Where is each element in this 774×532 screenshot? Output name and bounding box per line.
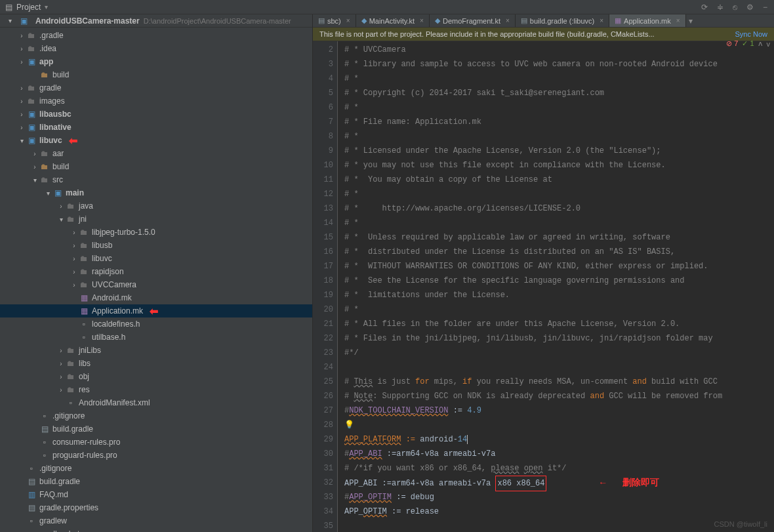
tree-item[interactable]: ›🖿.idea [0,42,312,55]
tree-item[interactable]: ›🖿gradle [0,81,312,94]
code-line[interactable]: # * All files in the folder are under th… [344,317,774,331]
tree-item[interactable]: ▫gradlew.bat [0,527,312,532]
tree-item[interactable]: ▫.gitignore [0,409,312,422]
settings-icon[interactable]: ⚙ [746,3,754,12]
tree-item[interactable]: ▫AndroidManifest.xml [0,396,312,409]
tree-item[interactable]: ›▣app [0,55,312,68]
close-icon[interactable]: × [600,17,603,24]
down-icon[interactable]: v [767,40,771,48]
tree-item[interactable]: ▾▣libuvc⬅ [0,134,312,147]
error-indicator[interactable]: ⊘ 7 [726,39,738,48]
close-icon[interactable]: × [506,17,510,24]
minimize-icon[interactable]: − [763,3,767,12]
collapse-icon[interactable]: ≑ [717,3,723,12]
code-line[interactable]: # Note: Supporting GCC on NDK is already… [344,389,774,403]
tree-item[interactable]: ›🖿build [0,160,312,173]
code-line[interactable]: # This is just for mips, if you really n… [344,375,774,389]
tree-item[interactable]: ▫utilbase.h [0,331,312,344]
tree-item[interactable]: ›🖿libs [0,357,312,370]
code-line[interactable]: # * library and sample to access to UVC … [344,57,774,72]
code-line[interactable]: # * [344,100,774,115]
code-line[interactable]: # * limitations under the License. [344,288,774,302]
code-line[interactable]: # * distributed under the License is dis… [344,245,774,259]
tree-item[interactable]: ›🖿jniLibs [0,344,312,357]
code-line[interactable]: # * http://www.apache.org/licenses/LICEN… [344,201,774,216]
code-line[interactable]: # * See the License for the specific lan… [344,274,774,288]
project-root[interactable]: ▾ ▣ AndroidUSBCamera-master D:\androidPr… [0,14,312,28]
close-icon[interactable]: × [420,17,424,24]
code-line[interactable]: # * Copyright (c) 2014-2017 saki t_saki@… [344,86,774,100]
tree-item[interactable]: ›🖿libusb [0,239,312,252]
close-icon[interactable]: × [346,17,350,24]
up-icon[interactable]: ʌ [758,39,763,48]
code-line[interactable]: #APP_ABI :=arm64-v8a armeabi-v7a [344,447,774,461]
tree-item[interactable]: ›🖿rapidjson [0,265,312,278]
tree-item[interactable]: ▫proguard-rules.pro [0,449,312,462]
warn-indicator[interactable]: ✓ 1 [742,39,754,48]
editor-tab[interactable]: ▦Application.mk× [609,14,685,27]
code-line[interactable]: #NDK_TOOLCHAIN_VERSION := 4.9 [344,403,774,418]
tree-item[interactable]: ›🖿images [0,94,312,108]
tree-item[interactable]: ›🖿aar [0,147,312,160]
tree-item[interactable]: ▤gradle.properties [0,501,312,514]
code-line[interactable]: # /*if you want x86 or x86_64, please op… [344,461,774,476]
code-line[interactable]: #*/ [344,346,774,360]
code-line[interactable]: 💡 [344,418,774,432]
tree-item[interactable]: ▾▣main [0,186,312,199]
code-line[interactable]: # * [344,187,774,201]
editor-tab[interactable]: ▤build.gradle (:libuvc)× [516,14,609,27]
tree-item[interactable]: ›🖿.gradle [0,29,312,42]
chevron-down-icon[interactable]: ▾ [45,3,48,10]
tree-item[interactable]: ▥FAQ.md [0,488,312,501]
tree-item[interactable]: ›🖿libuvc [0,252,312,265]
editor-tab[interactable]: ▤sbc)× [313,14,356,27]
tree-item[interactable]: ▾🖿jni [0,213,312,226]
tree-item[interactable]: ▫.gitignore [0,462,312,475]
code-line[interactable]: # * WITHOUT WARRANTIES OR CONDITIONS OF … [344,259,774,274]
sync-now-link[interactable]: Sync Now [735,30,767,38]
code-line[interactable] [344,360,774,375]
show-icon[interactable]: ⎋ [733,3,737,12]
tree-item[interactable]: ›▣libausbc [0,108,312,121]
tree-item[interactable]: ›▣libnative [0,121,312,134]
tree-item[interactable]: ▾🖿src [0,173,312,186]
close-icon[interactable]: × [676,17,680,24]
tree-item[interactable]: ▤build.gradle [0,422,312,436]
code-line[interactable]: # * You may obtain a copy of the License… [344,173,774,187]
tree-item[interactable]: ›🖿java [0,199,312,213]
code-line[interactable]: # * [344,72,774,86]
code-content[interactable]: # * UVCCamera# * library and sample to a… [338,41,774,532]
tree-item[interactable]: ▫consumer-rules.pro [0,436,312,449]
editor-tab[interactable]: ◆MainActivity.kt× [356,14,430,27]
code-line[interactable]: APP_OPTIM := release [344,504,774,519]
code-editor[interactable]: 2345678910111213141516171819202122232425… [313,41,774,532]
tree-item[interactable]: ▫gradlew [0,514,312,527]
tree-item[interactable]: ▦Android.mk [0,291,312,304]
editor-tab[interactable]: ◆DemoFragment.kt× [430,14,516,27]
code-line[interactable]: APP_ABI :=arm64-v8a armeabi-v7a x86 x86_… [344,476,774,490]
code-line[interactable]: # * Files in the jni/libjpeg, jni/libusb… [344,331,774,346]
code-line[interactable]: # * [344,129,774,144]
project-tree[interactable]: ›🖿.gradle›🖿.idea›▣app🖿build›🖿gradle›🖿ima… [0,28,312,532]
tree-item[interactable]: ▦Application.mk⬅ [0,304,312,317]
code-line[interactable]: #APP_OPTIM := debug [344,490,774,504]
code-line[interactable]: # * [344,216,774,230]
tree-item[interactable]: ▤build.gradle [0,475,312,488]
refresh-icon[interactable]: ⟳ [701,3,708,12]
tree-item[interactable]: ▫localdefines.h [0,317,312,331]
code-line[interactable]: # * File name: Application.mk [344,115,774,129]
tab-overflow-icon[interactable]: ▾ [686,14,695,27]
code-line[interactable]: # * you may not use this file except in … [344,158,774,173]
tree-item[interactable]: ›🖿UVCCamera [0,278,312,291]
tree-item[interactable]: 🖿build [0,68,312,81]
code-line[interactable]: # * Licensed under the Apache License, V… [344,144,774,158]
code-line[interactable]: # * UVCCamera [344,43,774,57]
code-line[interactable]: # * [344,302,774,317]
code-line[interactable] [344,519,774,532]
notification-banner: This file is not part of the project. Pl… [313,28,774,41]
tree-item[interactable]: ›🖿res [0,383,312,396]
tree-item[interactable]: ›🖿obj [0,370,312,383]
code-line[interactable]: # * Unless required by applicable law or… [344,230,774,245]
code-line[interactable]: APP_PLATFORM := android-14 [344,432,774,447]
tree-item[interactable]: ›🖿libjpeg-turbo-1.5.0 [0,226,312,239]
